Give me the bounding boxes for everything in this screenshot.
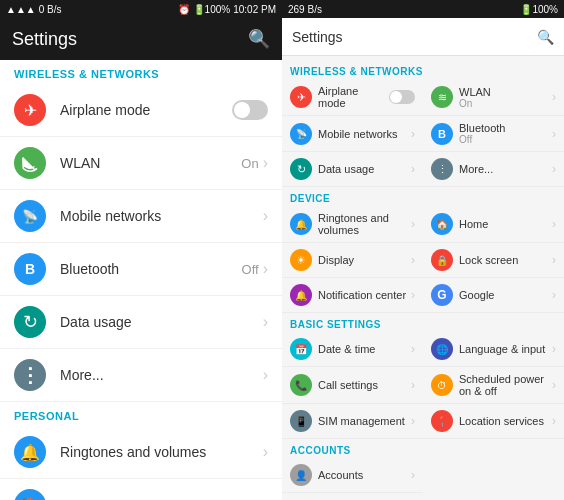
right-scheduled-icon: ⏱ [431, 374, 453, 396]
right-item-google[interactable]: G Google › [423, 278, 564, 313]
right-item-bluetooth[interactable]: B Bluetooth Off › [423, 116, 564, 152]
mobile-networks-chevron: › [263, 207, 268, 225]
right-item-datetime[interactable]: 📅 Date & time › [282, 332, 423, 367]
right-google-title: Google [459, 289, 552, 301]
status-bar-right-icons: ⏰ 🔋100% 10:02 PM [178, 4, 276, 15]
right-basic-grid: 📅 Date & time › 🌐 Language & input › 📞 C… [282, 332, 564, 439]
right-section-wireless: WIRELESS & NETWORKS [282, 60, 564, 79]
right-search-icon[interactable]: 🔍 [537, 29, 554, 45]
settings-list: WIRELESS & NETWORKS ✈ Airplane mode WLAN… [0, 60, 282, 500]
item-ringtones[interactable]: 🔔 Ringtones and volumes › [0, 426, 282, 479]
ringtones-icon: 🔔 [14, 436, 46, 468]
right-app-header: Settings 🔍 [282, 18, 564, 56]
right-device-grid: 🔔 Ringtones and volumes › 🏠 Home › ☀ Dis… [282, 206, 564, 313]
right-settings-content: WIRELESS & NETWORKS ✈ Airplane mode ≋ WL… [282, 56, 564, 500]
item-more[interactable]: ⋮ More... › [0, 349, 282, 402]
ringtones-content: Ringtones and volumes [60, 444, 263, 460]
right-more-icon: ⋮ [431, 158, 453, 180]
right-wlan-text: WLAN On [459, 86, 552, 109]
right-ringtones-icon: 🔔 [290, 213, 312, 235]
right-section-device: DEVICE [282, 187, 564, 206]
right-item-display[interactable]: ☀ Display › [282, 243, 423, 278]
right-notif-icon: 🔔 [290, 284, 312, 306]
right-item-language[interactable]: 🌐 Language & input › [423, 332, 564, 367]
right-item-sim[interactable]: 📱 SIM management › [282, 404, 423, 439]
right-accounts-icon: 👤 [290, 464, 312, 486]
wlan-title: WLAN [60, 155, 241, 171]
right-more-chevron: › [552, 162, 556, 176]
ringtones-title: Ringtones and volumes [60, 444, 263, 460]
right-item-call[interactable]: 📞 Call settings › [282, 367, 423, 404]
right-accounts-title: Accounts [318, 469, 411, 481]
home-chevron: › [263, 496, 268, 500]
bluetooth-right: Off › [242, 260, 268, 278]
right-airplane-toggle[interactable] [389, 90, 415, 104]
wlan-value: On [241, 156, 258, 171]
right-panel: 269 B/s 🔋100% Settings 🔍 WIRELESS & NETW… [282, 0, 564, 500]
right-display-chevron: › [411, 253, 415, 267]
bluetooth-title: Bluetooth [60, 261, 242, 277]
item-data-usage[interactable]: ↻ Data usage › [0, 296, 282, 349]
right-item-mobile[interactable]: 📡 Mobile networks › [282, 116, 423, 152]
data-icon: 0 B/s [39, 4, 62, 15]
right-home-icon: 🏠 [431, 213, 453, 235]
right-lockscreen-icon: 🔒 [431, 249, 453, 271]
right-section-accounts: ACCOUNTS [282, 439, 564, 458]
right-item-data[interactable]: ↻ Data usage › [282, 152, 423, 187]
airplane-toggle[interactable] [232, 100, 268, 120]
right-item-notif[interactable]: 🔔 Notification center › [282, 278, 423, 313]
right-lockscreen-text: Lock screen [459, 254, 552, 266]
right-location-text: Location services [459, 415, 552, 427]
mobile-networks-title: Mobile networks [60, 208, 263, 224]
right-ringtones-chevron: › [411, 217, 415, 231]
time-display: 10:02 PM [233, 4, 276, 15]
right-item-ringtones[interactable]: 🔔 Ringtones and volumes › [282, 206, 423, 243]
right-location-title: Location services [459, 415, 552, 427]
section-personal: PERSONAL [0, 402, 282, 426]
right-location-chevron: › [552, 414, 556, 428]
right-google-icon: G [431, 284, 453, 306]
battery-icon: 🔋100% [193, 4, 231, 15]
item-bluetooth[interactable]: B Bluetooth Off › [0, 243, 282, 296]
right-item-airplane[interactable]: ✈ Airplane mode [282, 79, 423, 116]
more-title: More... [60, 367, 263, 383]
right-item-accounts[interactable]: 👤 Accounts › [282, 458, 423, 493]
right-accounts-text: Accounts [318, 469, 411, 481]
mobile-networks-right: › [263, 207, 268, 225]
right-accounts-chevron: › [411, 468, 415, 482]
right-item-wlan[interactable]: ≋ WLAN On › [423, 79, 564, 116]
right-call-chevron: › [411, 378, 415, 392]
right-wlan-icon: ≋ [431, 86, 453, 108]
right-battery: 🔋100% [520, 4, 558, 15]
right-display-text: Display [318, 254, 411, 266]
right-call-title: Call settings [318, 379, 411, 391]
item-home[interactable]: 🏠 Home › [0, 479, 282, 500]
right-airplane-text: Airplane mode [318, 85, 387, 109]
right-item-scheduled[interactable]: ⏱ Scheduled power on & off › [423, 367, 564, 404]
item-wlan[interactable]: WLAN On › [0, 137, 282, 190]
right-item-home[interactable]: 🏠 Home › [423, 206, 564, 243]
right-sim-icon: 📱 [290, 410, 312, 432]
right-status-left: 269 B/s [288, 4, 322, 15]
right-ringtones-title: Ringtones and volumes [318, 212, 411, 236]
right-item-location[interactable]: 📍 Location services › [423, 404, 564, 439]
right-mobile-title: Mobile networks [318, 128, 411, 140]
item-mobile-networks[interactable]: 📡 Mobile networks › [0, 190, 282, 243]
data-usage-right: › [263, 313, 268, 331]
right-app-title: Settings [292, 29, 343, 45]
data-usage-chevron: › [263, 313, 268, 331]
right-home-title: Home [459, 218, 552, 230]
right-airplane-icon: ✈ [290, 86, 312, 108]
right-data-speed: 269 B/s [288, 4, 322, 15]
right-item-more[interactable]: ⋮ More... › [423, 152, 564, 187]
home-icon: 🏠 [14, 489, 46, 500]
airplane-mode-right[interactable] [232, 100, 268, 120]
mobile-networks-content: Mobile networks [60, 208, 263, 224]
right-call-icon: 📞 [290, 374, 312, 396]
mobile-networks-icon: 📡 [14, 200, 46, 232]
right-item-lockscreen[interactable]: 🔒 Lock screen › [423, 243, 564, 278]
search-icon[interactable]: 🔍 [248, 28, 270, 50]
item-airplane-mode[interactable]: ✈ Airplane mode [0, 84, 282, 137]
section-wireless: WIRELESS & NETWORKS [0, 60, 282, 84]
bluetooth-chevron: › [263, 260, 268, 278]
